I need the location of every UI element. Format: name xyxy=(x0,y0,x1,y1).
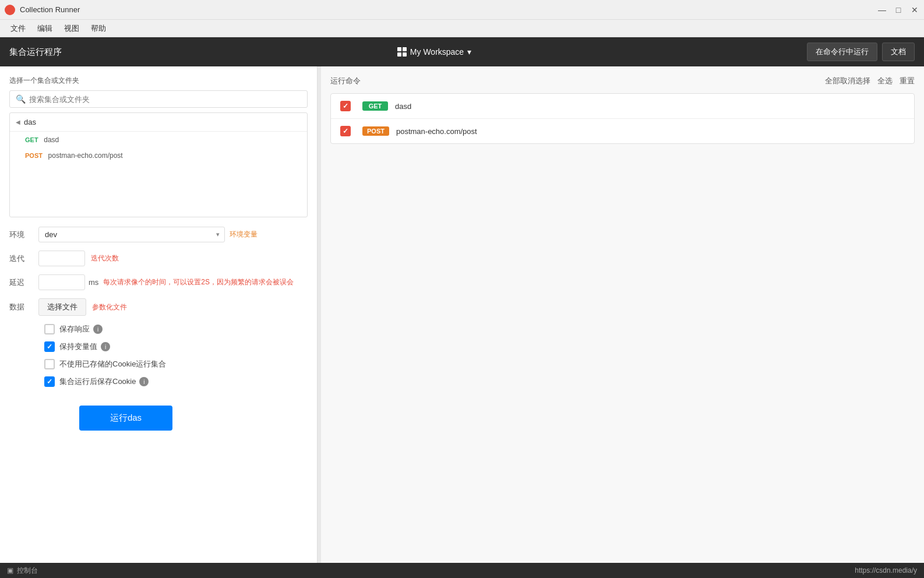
folder-name: das xyxy=(24,118,36,126)
delay-row: 延迟 0 ms 每次请求像个的时间，可以设置2S，因为频繁的请求会被误会 xyxy=(9,274,308,290)
delay-label: 延迟 xyxy=(9,277,38,288)
right-header: 运行命令 全部取消选择 全选 重置 xyxy=(330,76,915,86)
request-name: dasd xyxy=(395,102,411,111)
env-select[interactable]: dev ▾ xyxy=(38,227,225,242)
topbar-title: 集合运行程序 xyxy=(9,47,62,58)
keep-var-label: 保持变量值 xyxy=(59,341,97,352)
save-cookie-row: 集合运行后保存Cookie i xyxy=(44,376,308,387)
workspace-label: My Workspace xyxy=(410,47,464,57)
statusbar-url: https://csdn.media/y xyxy=(855,566,917,575)
save-response-row: 保存响应 i xyxy=(44,324,308,334)
console-label[interactable]: 控制台 xyxy=(17,566,38,576)
no-cookie-checkbox[interactable] xyxy=(44,359,55,369)
item-name: postman-echo.com/post xyxy=(48,151,123,160)
statusbar-right: https://csdn.media/y xyxy=(855,566,917,575)
table-row: GET dasd xyxy=(331,94,914,119)
window-controls: — □ ✕ xyxy=(877,5,919,15)
save-cookie-info-icon[interactable]: i xyxy=(139,377,149,386)
iter-note: 迭代次数 xyxy=(91,253,119,263)
menu-file[interactable]: 文件 xyxy=(5,21,31,36)
deselect-all-link[interactable]: 全部取消选择 xyxy=(825,76,870,86)
search-icon: 🔍 xyxy=(16,94,26,104)
menubar: 文件 编辑 视图 帮助 xyxy=(0,20,924,37)
right-panel-title: 运行命令 xyxy=(330,76,361,86)
reset-link[interactable]: 重置 xyxy=(900,76,915,86)
env-row: 环境 dev ▾ 环境变量 xyxy=(9,227,308,242)
env-value: dev xyxy=(39,227,211,242)
keep-var-row: 保持变量值 i xyxy=(44,341,308,352)
search-box[interactable]: 🔍 xyxy=(9,90,308,108)
env-note: 环境变量 xyxy=(230,230,258,239)
titlebar: Collection Runner — □ ✕ xyxy=(0,0,924,20)
env-label: 环境 xyxy=(9,230,38,240)
menu-help[interactable]: 帮助 xyxy=(85,21,112,36)
search-input[interactable] xyxy=(29,95,301,104)
run-cli-button[interactable]: 在命令行中运行 xyxy=(807,43,877,61)
data-note: 参数化文件 xyxy=(92,302,127,312)
app-title: Collection Runner xyxy=(20,5,877,14)
select-all-link[interactable]: 全选 xyxy=(877,76,893,86)
right-header-actions: 全部取消选择 全选 重置 xyxy=(825,76,915,86)
item-name: dasd xyxy=(44,136,59,144)
data-row: 数据 选择文件 参数化文件 xyxy=(9,298,308,316)
env-dropdown-icon: ▾ xyxy=(211,228,224,241)
statusbar-left: ▣ 控制台 xyxy=(7,566,38,576)
keep-var-checkbox[interactable] xyxy=(44,341,55,352)
left-panel: 选择一个集合或文件夹 🔍 ◀ das GET dasd POST postman… xyxy=(0,66,318,563)
maximize-button[interactable]: □ xyxy=(894,5,903,15)
data-label: 数据 xyxy=(9,302,38,312)
no-cookie-row: 不使用已存储的Cookie运行集合 xyxy=(44,359,308,369)
close-button[interactable]: ✕ xyxy=(910,5,919,15)
workspace-center: My Workspace ▾ xyxy=(62,47,807,57)
collection-folder[interactable]: ◀ das xyxy=(10,113,307,132)
choose-file-button[interactable]: 选择文件 xyxy=(38,298,86,316)
request-name: postman-echo.com/post xyxy=(396,127,477,136)
topbar-actions: 在命令行中运行 文档 xyxy=(807,43,915,61)
save-response-info-icon[interactable]: i xyxy=(93,325,103,334)
method-badge-get: GET xyxy=(362,101,388,111)
iter-row: 迭代 1 迭代次数 xyxy=(9,251,308,266)
workspace-icon xyxy=(397,47,407,57)
request-checkbox[interactable] xyxy=(340,126,351,136)
save-response-checkbox[interactable] xyxy=(44,324,55,334)
save-cookie-checkbox[interactable] xyxy=(44,376,55,387)
right-panel: 运行命令 全部取消选择 全选 重置 GET dasd POST postman-… xyxy=(321,66,924,563)
method-badge-post: POST xyxy=(362,126,389,136)
run-button[interactable]: 运行das xyxy=(79,406,172,431)
keep-var-info-icon[interactable]: i xyxy=(101,342,110,351)
method-get-label: GET xyxy=(25,136,38,143)
save-response-label: 保存响应 xyxy=(59,324,90,334)
collection-list: ◀ das GET dasd POST postman-echo.com/pos… xyxy=(9,112,308,217)
request-list: GET dasd POST postman-echo.com/post xyxy=(330,93,915,144)
iter-input[interactable]: 1 xyxy=(38,251,85,266)
main-content: 选择一个集合或文件夹 🔍 ◀ das GET dasd POST postman… xyxy=(0,66,924,563)
docs-button[interactable]: 文档 xyxy=(882,43,915,61)
topbar: 集合运行程序 My Workspace ▾ 在命令行中运行 文档 xyxy=(0,37,924,66)
workspace-dropdown-icon: ▾ xyxy=(467,47,471,57)
menu-edit[interactable]: 编辑 xyxy=(31,21,58,36)
list-item[interactable]: GET dasd xyxy=(10,132,307,147)
delay-note: 每次请求像个的时间，可以设置2S，因为频繁的请求会被误会 xyxy=(103,277,294,287)
save-cookie-label: 集合运行后保存Cookie xyxy=(59,376,136,387)
section-label: 选择一个集合或文件夹 xyxy=(9,76,308,86)
iter-label: 迭代 xyxy=(9,253,38,264)
no-cookie-label: 不使用已存储的Cookie运行集合 xyxy=(59,359,166,369)
console-icon: ▣ xyxy=(7,566,13,575)
workspace-button[interactable]: My Workspace ▾ xyxy=(397,47,471,57)
run-btn-container: 运行das xyxy=(44,401,308,431)
folder-arrow-icon: ◀ xyxy=(16,119,20,125)
delay-unit: ms xyxy=(89,278,98,287)
request-checkbox[interactable] xyxy=(340,101,351,111)
method-post-label: POST xyxy=(25,152,43,159)
statusbar: ▣ 控制台 https://csdn.media/y xyxy=(0,563,924,578)
list-item[interactable]: POST postman-echo.com/post xyxy=(10,147,307,163)
app-logo xyxy=(5,5,15,15)
minimize-button[interactable]: — xyxy=(877,5,887,15)
delay-input[interactable]: 0 xyxy=(38,274,85,290)
table-row: POST postman-echo.com/post xyxy=(331,119,914,143)
menu-view[interactable]: 视图 xyxy=(58,21,85,36)
